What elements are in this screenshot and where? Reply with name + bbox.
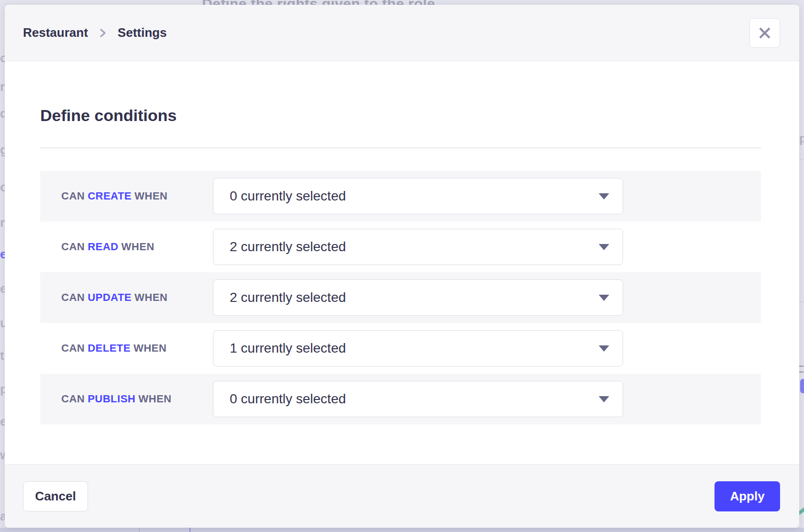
close-icon (758, 26, 772, 40)
label-action: DELETE (88, 342, 131, 354)
background-left-edge: olrdgorieerutipewai (0, 0, 5, 532)
select-value: 2 currently selected (230, 290, 346, 305)
select-value: 0 currently selected (230, 188, 346, 204)
caret-down-icon (599, 345, 609, 352)
label-prefix: CAN (61, 241, 85, 253)
define-conditions-modal: Restaurant Settings Define conditions (5, 5, 799, 528)
background-text-fragment: ri (0, 215, 5, 230)
background-text-fragment: u (0, 316, 5, 331)
condition-row-read: CANREADWHEN 2 currently selected (40, 222, 761, 272)
background-bottom-edge (0, 528, 804, 532)
label-prefix: CAN (61, 291, 85, 303)
select-value: 2 currently selected (230, 239, 346, 255)
label-action: CREATE (88, 190, 132, 202)
background-text-fragment (799, 371, 804, 373)
condition-row-create: CANCREATEWHEN 0 currently selected (40, 171, 761, 222)
caret-down-icon (599, 295, 609, 301)
condition-label: CANCREATEWHEN (40, 190, 213, 202)
background-divider (139, 528, 140, 532)
background-right-edge: p (799, 0, 804, 532)
background-text-fragment: d (0, 106, 5, 121)
condition-label: CANUPDATEWHEN (40, 291, 213, 304)
chevron-right-icon (100, 27, 106, 39)
background-text-fragment: o (0, 180, 5, 195)
label-action: READ (88, 241, 118, 253)
condition-label: CANREADWHEN (40, 241, 213, 253)
background-divider (190, 528, 190, 532)
label-prefix: CAN (61, 342, 85, 354)
background-text-fragment: w (0, 448, 5, 463)
condition-row-update: CANUPDATEWHEN 2 currently selected (40, 272, 761, 323)
close-button[interactable] (749, 18, 780, 48)
modal-footer: Cancel Apply (5, 464, 799, 528)
background-text-fragment: p (0, 382, 5, 397)
label-prefix: CAN (61, 393, 85, 405)
modal-body: Define conditions CANCREATEWHEN 0 curren… (5, 61, 799, 464)
breadcrumb: Restaurant Settings (23, 25, 167, 40)
background-pencil-icon (799, 505, 804, 515)
caret-down-icon (599, 193, 609, 200)
background-text-fragment: ai (0, 509, 5, 524)
condition-row-publish: CANPUBLISHWHEN 0 currently selected (40, 374, 761, 424)
label-suffix: WHEN (134, 291, 168, 303)
background-text-fragment: g (0, 143, 5, 157)
caret-down-icon (599, 396, 609, 402)
title-divider (40, 147, 761, 148)
can-delete-when-select[interactable]: 1 currently selected (213, 330, 623, 366)
background-text-fragment (799, 366, 804, 367)
background-text-fragment: er (0, 281, 5, 296)
label-action: PUBLISH (88, 393, 135, 405)
select-value: 0 currently selected (230, 391, 346, 407)
apply-button[interactable]: Apply (715, 481, 780, 511)
background-scrollbar-fragment (800, 379, 804, 393)
background-row-divider (799, 159, 804, 160)
background-text-fragment: ti (0, 348, 5, 363)
background-text-fragment: r (0, 79, 5, 94)
background-text-fragment: e (0, 247, 5, 262)
condition-row-delete: CANDELETEWHEN 1 currently selected (40, 323, 761, 374)
select-value: 1 currently selected (230, 341, 346, 356)
can-update-when-select[interactable]: 2 currently selected (213, 279, 623, 316)
label-prefix: CAN (61, 190, 85, 202)
cancel-button[interactable]: Cancel (23, 481, 88, 511)
background-text-fragment: p (799, 131, 804, 146)
label-action: UPDATE (88, 291, 132, 303)
background-text-fragment: e (0, 414, 5, 429)
background-row-divider (799, 301, 804, 302)
label-suffix: WHEN (134, 342, 167, 354)
can-read-when-select[interactable]: 2 currently selected (213, 229, 623, 265)
background-text-fragment: ol (0, 51, 5, 66)
label-suffix: WHEN (134, 190, 168, 202)
page-title: Define conditions (40, 106, 799, 125)
label-suffix: WHEN (138, 393, 171, 405)
label-suffix: WHEN (122, 241, 155, 253)
breadcrumb-item-restaurant[interactable]: Restaurant (23, 25, 88, 40)
modal-header: Restaurant Settings (5, 5, 799, 61)
conditions-list: CANCREATEWHEN 0 currently selected CANRE… (40, 171, 761, 424)
condition-label: CANPUBLISHWHEN (40, 393, 213, 405)
caret-down-icon (599, 244, 609, 250)
can-create-when-select[interactable]: 0 currently selected (213, 178, 623, 214)
breadcrumb-item-settings[interactable]: Settings (118, 25, 167, 40)
condition-label: CANDELETEWHEN (40, 342, 213, 355)
can-publish-when-select[interactable]: 0 currently selected (213, 381, 623, 417)
